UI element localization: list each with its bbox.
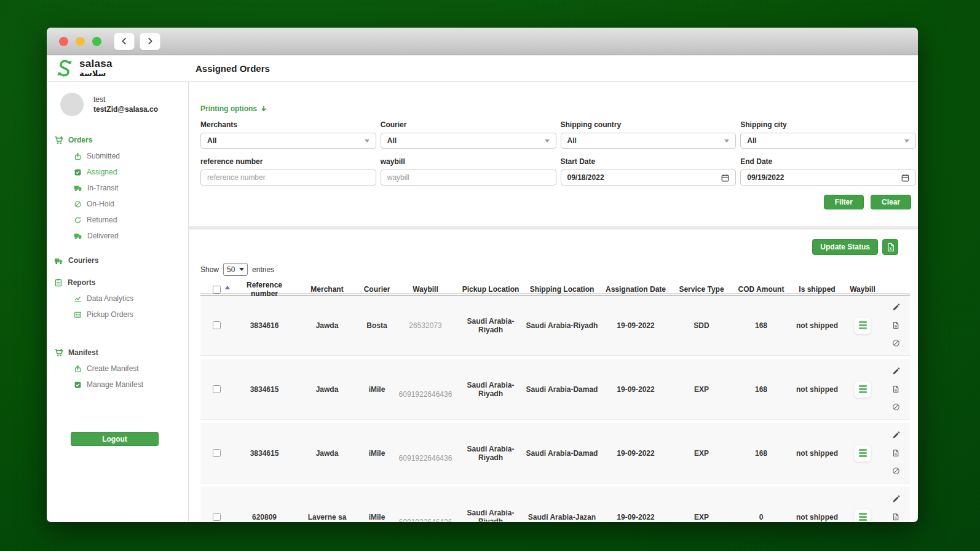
sidebar-item-label: Create Manifest (87, 364, 139, 373)
document-icon[interactable] (892, 513, 899, 521)
sidebar-item-label: Manage Manifest (87, 380, 143, 389)
row-checkbox[interactable] (213, 449, 221, 457)
arrow-down-icon (260, 105, 267, 112)
sidebar-item-submitted[interactable]: Submitted (47, 148, 188, 164)
document-icon[interactable] (892, 449, 899, 457)
browser-window: salasa سلاسة Assigned Orders test testZi… (47, 28, 918, 522)
page-size-select[interactable]: 50 (223, 263, 248, 276)
user-name: test (93, 95, 158, 104)
end-date-value: 09/19/2022 (747, 173, 784, 182)
cell-merchant: Laverne sa (294, 513, 360, 522)
chevron-down-icon (904, 139, 909, 143)
sidebar-item-create-manifest[interactable]: Create Manifest (47, 361, 188, 377)
traffic-lights (59, 37, 101, 46)
upload-icon (74, 152, 82, 160)
cell-courier: iMile (360, 513, 393, 522)
shipping-city-select-value: All (747, 136, 756, 145)
document-icon[interactable] (892, 321, 899, 329)
update-status-button[interactable]: Update Status (812, 239, 878, 255)
sidebar-item-manifest[interactable]: Manifest (47, 345, 188, 361)
column-header[interactable]: Assignation Date (600, 285, 671, 294)
courier-select[interactable]: All (381, 133, 556, 149)
waybill-menu-button[interactable] (854, 445, 871, 462)
sidebar-item-reports[interactable]: Reports (47, 275, 188, 291)
cell-is-shipped: not shipped (791, 513, 844, 522)
export-excel-button[interactable] (882, 239, 898, 255)
cell-reference-number: 3834615 (235, 385, 294, 394)
waybill-input[interactable] (381, 170, 556, 186)
sidebar-item-couriers[interactable]: Couriers (47, 252, 188, 268)
cell-merchant: Jawda (294, 449, 360, 458)
brand-name-arabic: سلاسة (79, 69, 113, 78)
column-header[interactable]: Service Type (671, 285, 732, 294)
column-header[interactable]: Merchant (294, 285, 360, 294)
refresh-icon (74, 216, 82, 224)
desktop-background: salasa سلاسة Assigned Orders test testZi… (0, 0, 980, 551)
edit-icon[interactable] (892, 495, 900, 503)
reference-number-input[interactable] (200, 170, 376, 186)
cell-courier: iMile (360, 385, 393, 394)
end-date-input[interactable]: 09/19/2022 (740, 170, 916, 186)
minimize-window-button[interactable] (76, 37, 85, 46)
sidebar-item-in-transit[interactable]: In-Transit (47, 180, 188, 196)
column-header[interactable]: Waybill (393, 285, 457, 294)
cancel-icon[interactable] (892, 403, 900, 411)
close-window-button[interactable] (59, 37, 68, 46)
shipping-city-select[interactable]: All (740, 133, 916, 149)
sidebar-item-returned[interactable]: Returned (47, 212, 188, 228)
sidebar-item-data-analytics[interactable]: Data Analytics (47, 291, 188, 307)
chevron-left-icon (120, 37, 128, 45)
merchants-label: Merchants (200, 120, 376, 129)
calendar-icon[interactable] (721, 174, 729, 182)
shipping-country-select[interactable]: All (561, 133, 737, 149)
printing-options-toggle[interactable]: Printing options (200, 104, 916, 113)
start-date-input[interactable]: 09/18/2022 (561, 170, 737, 186)
column-header[interactable]: Is shipped (791, 285, 844, 294)
clipboard-icon (54, 278, 63, 287)
cell-waybill: 26532073 (393, 321, 457, 330)
edit-icon[interactable] (892, 303, 900, 311)
calendar-icon[interactable] (901, 174, 909, 182)
forward-button[interactable] (140, 33, 160, 50)
document-icon[interactable] (892, 385, 899, 393)
sidebar-item-manage-manifest[interactable]: Manage Manifest (47, 377, 188, 393)
sidebar-item-pickup-orders[interactable]: Pickup Orders (47, 307, 188, 322)
show-label: Show (200, 265, 219, 274)
merchants-select[interactable]: All (200, 133, 376, 149)
select-all-checkbox[interactable] (213, 286, 221, 294)
sidebar-item-label: Delivered (87, 232, 119, 240)
waybill-menu-button[interactable] (854, 317, 871, 334)
sidebar-item-assigned[interactable]: Assigned (47, 164, 188, 180)
sidebar-item-orders[interactable]: Orders (47, 132, 188, 148)
row-checkbox[interactable] (213, 385, 221, 393)
sidebar-item-delivered[interactable]: Delivered (47, 228, 188, 244)
column-header[interactable]: Courier (360, 285, 393, 294)
maximize-window-button[interactable] (92, 37, 101, 46)
column-header[interactable]: COD Amount (732, 285, 791, 294)
sidebar-item-label: Reports (68, 278, 95, 287)
avatar (60, 93, 84, 116)
sidebar-item-label: Returned (87, 216, 117, 224)
edit-icon[interactable] (892, 431, 900, 439)
cell-is-shipped: not shipped (791, 449, 844, 458)
row-checkbox[interactable] (213, 321, 221, 329)
waybill-menu-button[interactable] (854, 381, 871, 398)
sort-ascending-icon[interactable] (225, 286, 230, 289)
logout-button[interactable]: Logout (71, 432, 159, 446)
waybill-menu-button[interactable] (854, 509, 871, 522)
column-header[interactable]: Shipping Location (524, 285, 600, 294)
column-header[interactable]: Waybill (844, 285, 882, 294)
truck-icon (54, 256, 63, 265)
column-header[interactable]: Pickup Location (457, 285, 524, 294)
sidebar-item-on-hold[interactable]: On-Hold (47, 196, 188, 212)
clear-button[interactable]: Clear (871, 195, 911, 209)
edit-icon[interactable] (892, 367, 900, 375)
cancel-icon[interactable] (892, 339, 900, 347)
filter-button[interactable]: Filter (824, 195, 864, 209)
back-button[interactable] (114, 33, 135, 50)
cell-waybill: 6091922646436 (393, 454, 457, 463)
row-checkbox[interactable] (213, 513, 221, 521)
cell-reference-number: 3834616 (235, 321, 294, 330)
cancel-icon[interactable] (892, 467, 900, 475)
column-header[interactable]: Reference number (235, 281, 294, 298)
